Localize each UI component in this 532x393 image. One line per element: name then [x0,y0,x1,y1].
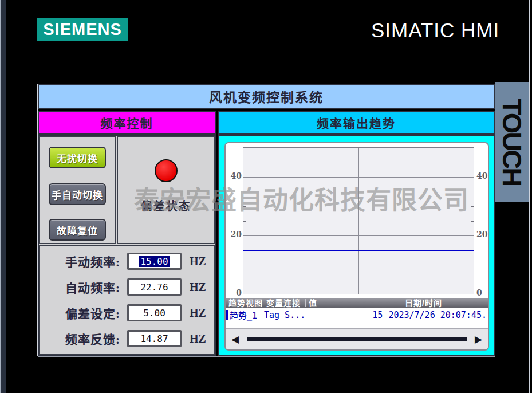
deviation-status-label: 偏差状态 [118,197,214,214]
control-section: 无扰切换 手自动切换 故障复位 偏差状态 手动频率: 15.00 HZ 自动频率… [38,135,216,356]
frequency-feedback-label: 频率反馈: [40,330,120,347]
deviation-setting-value: 5.00 [143,308,165,319]
scrollbar-thumb[interactable] [247,337,467,341]
y-axis-label-right: 0 [476,288,491,297]
column-trend-view: 趋势视图 [226,299,263,307]
simatic-hmi-label: SIMATIC HMI [371,19,503,42]
frequency-trend-header: 频率输出趋势 [218,111,495,135]
auto-frequency-row: 自动频率: 22.76 HZ [40,276,214,298]
y-axis-label-right: 20 [476,230,491,239]
row-selection-bar [226,310,228,320]
trend-table-row[interactable]: 趋势_1 Tag_S... 15 2023/7/26 20:07:45. [226,309,488,320]
trend-chart: 趋势视图 变量连接 值 日期/时间 趋势_1 Tag_S... 15 2023/… [224,142,489,351]
deviation-setting-input[interactable]: 5.00 [127,304,182,321]
datetime-cell: 2023/7/26 20:07:45. [383,310,488,320]
trend-plot [243,147,474,294]
deviation-setting-unit: HZ [190,306,206,320]
trend-name-cell: 趋势_1 [230,309,264,321]
deviation-setting-label: 偏差设定: [40,304,120,321]
auto-frequency-unit: HZ [190,281,206,294]
frequency-feedback-value: 14.87 [140,333,168,344]
value-cell: 15 [372,310,383,320]
trend-scrollbar: ◀ ▶ [226,328,488,349]
siemens-logo: SIEMENS [37,18,128,41]
bumpless-transfer-button[interactable]: 无扰切换 [49,147,106,168]
frequency-feedback-unit: HZ [190,332,206,345]
scroll-right-arrow-icon[interactable]: ▶ [475,335,482,344]
bezel-edge-left-inner [1,0,6,393]
y-axis-label-left: 20 [227,230,242,239]
auto-frequency-label: 自动频率: [40,278,120,296]
trend-line [243,250,474,251]
main-panel: 风机变频控制系统 频率控制 频率输出趋势 无扰切换 手自动切换 故障复位 偏差状… [38,84,495,356]
frequency-feedback-row: 频率反馈: 14.87 HZ [40,327,214,350]
page-title: 风机变频控制系统 [38,84,495,109]
frequency-fields-frame: 手动频率: 15.00 HZ 自动频率: 22.76 HZ 偏差设定: 5.00… [39,245,215,355]
column-tag-connection: 变量连接 [263,299,306,307]
y-axis-label-right: 40 [476,171,491,180]
siemens-logo-text: SIEMENS [43,20,122,39]
manual-frequency-row: 手动频率: 15.00 HZ [40,250,214,273]
frequency-feedback-input[interactable]: 14.87 [127,330,182,347]
manual-frequency-value: 15.00 [139,256,170,267]
column-value: 值 [306,299,402,307]
auto-frequency-value: 22.76 [140,282,168,293]
deviation-setting-row: 偏差设定: 5.00 HZ [40,301,214,324]
tag-connection-cell: Tag_S... [264,310,372,320]
manual-frequency-label: 手动频率: [40,253,120,270]
column-datetime: 日期/时间 [402,299,488,307]
hmi-screen: SIEMENS SIMATIC HMI TOUCH 风机变频控制系统 频率控制 … [0,0,532,393]
manual-auto-switch-button[interactable]: 手自动切换 [49,183,106,205]
auto-frequency-input[interactable]: 22.76 [127,278,182,296]
y-axis-label-left: 40 [227,171,242,180]
touch-side-strip: TOUCH [495,82,529,202]
trend-section: 趋势视图 变量连接 值 日期/时间 趋势_1 Tag_S... 15 2023/… [218,135,495,356]
y-axis-label-left: 0 [227,288,242,297]
frequency-control-header: 频率控制 [38,111,216,135]
button-group-frame: 无扰切换 手自动切换 故障复位 [39,136,116,244]
deviation-status-lamp [155,159,178,182]
indicator-frame: 偏差状态 [117,136,215,244]
manual-frequency-input[interactable]: 15.00 [127,253,182,270]
scroll-left-arrow-icon[interactable]: ◀ [231,335,239,344]
manual-frequency-unit: HZ [190,255,206,268]
fault-reset-button[interactable]: 故障复位 [49,219,106,241]
trend-table-header: 趋势视图 变量连接 值 日期/时间 [226,298,488,308]
touch-label: TOUCH [495,99,529,185]
